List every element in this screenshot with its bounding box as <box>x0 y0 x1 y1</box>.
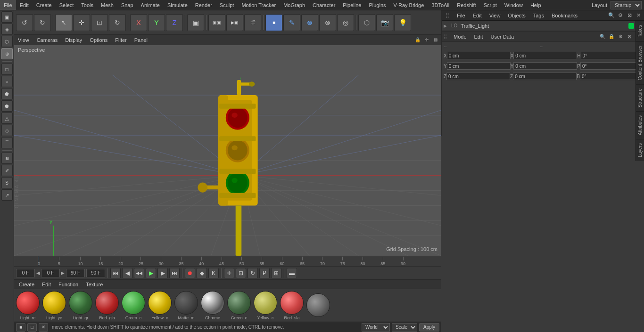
attr-search-icon[interactable]: 🔍 <box>599 33 606 40</box>
scale-tool-button[interactable]: ⊡ <box>91 14 108 31</box>
menu-simulate[interactable]: Simulate <box>164 0 191 10</box>
material-red-glass[interactable]: Red_gla <box>95 291 119 320</box>
key-button[interactable]: K <box>208 268 219 278</box>
menu-redshift[interactable]: Redshift <box>453 0 479 10</box>
tool-magnet[interactable]: ↗ <box>1 189 13 201</box>
tab-takes[interactable]: Takes <box>636 21 644 41</box>
menu-render[interactable]: Render <box>191 0 216 10</box>
menu-help[interactable]: Help <box>527 0 545 10</box>
scene-button[interactable]: ◎ <box>337 14 354 31</box>
prev-play-button[interactable]: ◀◀ <box>134 268 144 278</box>
material-light-red[interactable]: Light_re <box>16 291 40 320</box>
om-menu-bookmarks[interactable]: Bookmarks <box>550 12 579 19</box>
deform-button[interactable]: ⊗ <box>319 14 336 31</box>
attr-p-size[interactable] <box>580 62 644 70</box>
attr-menu-edit[interactable]: Edit <box>471 33 486 40</box>
tab-layers[interactable]: Layers <box>636 139 644 161</box>
menu-file[interactable]: File <box>0 0 16 10</box>
menu-script[interactable]: Script <box>480 0 501 10</box>
tool-nurbs[interactable]: ◇ <box>1 125 13 136</box>
camera-button[interactable]: 📷 <box>376 14 393 31</box>
move-tool-button[interactable]: ✛ <box>73 14 90 31</box>
menu-select[interactable]: Select <box>56 0 78 10</box>
menu-vray[interactable]: V-Ray Bridge <box>390 0 428 10</box>
mat-menu-create[interactable]: Create <box>16 281 37 288</box>
attr-z-rot[interactable] <box>513 73 577 80</box>
menu-sculpt[interactable]: Sculpt <box>216 0 238 10</box>
prev-frame-button[interactable]: ◀ <box>122 268 132 278</box>
menu-plugins[interactable]: Plugins <box>365 0 389 10</box>
attr-x-rot[interactable] <box>513 52 577 59</box>
material-green-c[interactable]: Green_c <box>122 291 145 320</box>
light-button[interactable]: 💡 <box>394 14 411 31</box>
next-frame-button[interactable]: ▶ <box>157 268 168 278</box>
spline-button[interactable]: ✎ <box>283 14 300 31</box>
attr-h-size[interactable] <box>581 52 644 59</box>
goto-end-button[interactable]: ⏭ <box>169 268 180 278</box>
menu-snap[interactable]: Snap <box>117 0 137 10</box>
world-dropdown[interactable]: World Object Screen <box>362 323 390 332</box>
y-axis-button[interactable]: Y <box>148 14 165 31</box>
goto-start-button[interactable]: ⏮ <box>110 268 121 278</box>
om-close-icon[interactable]: ✕ <box>635 12 642 19</box>
status-close-icon[interactable]: ✕ <box>39 323 48 332</box>
rotate-tool-button[interactable]: ↻ <box>109 14 126 31</box>
menu-3dtoall[interactable]: 3DToAll <box>428 0 453 10</box>
om-search-icon[interactable]: 🔍 <box>608 12 615 19</box>
select-tool-button[interactable]: ↖ <box>55 14 72 31</box>
frame-start-input[interactable] <box>16 269 35 277</box>
tool-spline[interactable]: ≋ <box>1 153 13 164</box>
om-expand[interactable]: ▶ <box>444 24 449 28</box>
render-view-button[interactable]: ▶▣ <box>226 14 243 31</box>
material-chrome[interactable]: Chrome <box>201 291 224 320</box>
frame-end-input[interactable] <box>66 269 85 277</box>
move-key-button[interactable]: ✛ <box>224 268 234 278</box>
vp-menu-options[interactable]: Options <box>86 36 111 44</box>
scale-dropdown[interactable]: Scale Size <box>392 323 417 332</box>
material-light-green[interactable]: Light_gr <box>69 291 92 320</box>
tool-cylinder[interactable]: ⬟ <box>1 88 13 99</box>
record-button[interactable]: ⏺ <box>185 268 195 278</box>
menu-tools[interactable]: Tools <box>77 0 97 10</box>
tag-key-button[interactable]: P <box>259 268 270 278</box>
vp-menu-panel[interactable]: Panel <box>131 36 151 44</box>
vp-maximize-icon[interactable]: ⊠ <box>432 36 439 44</box>
tool-extrude[interactable]: △ <box>1 113 13 124</box>
tool-scale-model[interactable]: ⬡ <box>1 36 13 47</box>
redo-button[interactable]: ↻ <box>34 14 51 31</box>
attr-settings-icon[interactable]: ⚙ <box>617 33 624 40</box>
attr-x-pos[interactable] <box>447 52 511 59</box>
material-red-sla[interactable]: Red_sla <box>280 291 304 320</box>
status-render-icon[interactable]: □ <box>27 323 37 332</box>
motion-key-button[interactable]: ⊞ <box>271 268 281 278</box>
floor-button[interactable]: ⬡ <box>358 14 375 31</box>
material-yellow-hatch[interactable]: Yellow_c <box>254 291 277 320</box>
play-button[interactable]: ▶ <box>146 268 156 278</box>
tool-knife[interactable]: S <box>1 177 13 188</box>
menu-motion-tracker[interactable]: Motion Tracker <box>238 0 280 10</box>
attr-y-pos[interactable] <box>447 62 511 70</box>
render-anim-button[interactable]: 🎬 <box>244 14 261 31</box>
tool-rotate-model[interactable]: ◈ <box>1 24 13 35</box>
render-region-button[interactable]: ▣▣ <box>208 14 225 31</box>
frame-end2-input[interactable] <box>86 269 105 277</box>
om-settings-icon[interactable]: ⚙ <box>617 12 624 19</box>
tool-move-model[interactable]: ▣ <box>1 11 13 23</box>
auto-key-button[interactable]: ◆ <box>197 268 207 278</box>
status-mode-icon[interactable]: ■ <box>16 323 25 332</box>
tool-null[interactable]: ⌒ <box>1 137 13 148</box>
viewport[interactable]: x y z View Cameras Display Options Filte… <box>14 35 441 256</box>
rotate-key-button[interactable]: ↻ <box>248 268 258 278</box>
mat-menu-texture[interactable]: Texture <box>83 281 106 288</box>
om-menu-file[interactable]: File <box>455 12 467 19</box>
menu-pipeline[interactable]: Pipeline <box>339 0 365 10</box>
timeline-area[interactable]: 051015202530354045505560657075808590 <box>14 256 441 266</box>
vp-menu-view[interactable]: View <box>14 36 33 44</box>
vp-menu-display[interactable]: Display <box>61 36 86 44</box>
timeline-cursor[interactable] <box>38 256 38 266</box>
undo-button[interactable]: ↺ <box>16 14 33 31</box>
cube-button[interactable]: ■ <box>265 14 282 31</box>
attr-menu-mode[interactable]: Mode <box>451 33 470 40</box>
z-axis-button[interactable]: Z <box>166 14 183 31</box>
menu-mograph[interactable]: MoGraph <box>280 0 309 10</box>
